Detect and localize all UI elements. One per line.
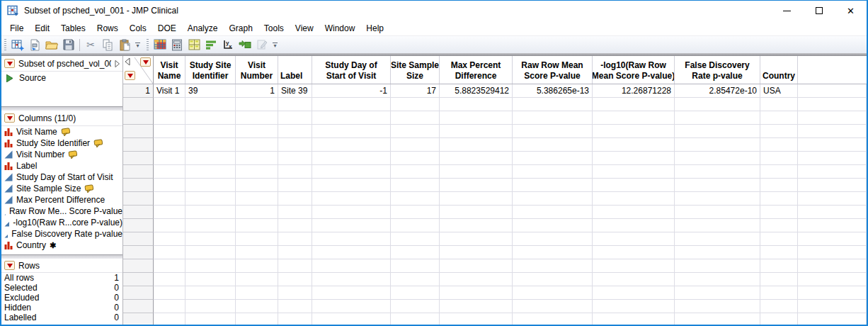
data-cell[interactable]: -1	[312, 84, 391, 98]
data-cell[interactable]: 17	[391, 84, 440, 98]
data-cell[interactable]: 12.26871228	[593, 84, 675, 98]
save-icon[interactable]	[60, 37, 77, 52]
menu-item-edit[interactable]: Edit	[29, 21, 55, 35]
data-table-icon[interactable]	[152, 37, 169, 52]
toolbar-overflow-button[interactable]: ▾	[270, 38, 280, 52]
data-cell[interactable]: 5.386265e-13	[513, 84, 593, 98]
table-corner-cell[interactable]	[123, 56, 154, 84]
maximize-button[interactable]	[803, 1, 835, 21]
copy-icon[interactable]	[99, 37, 116, 52]
menu-item-window[interactable]: Window	[319, 21, 361, 35]
data-cell	[440, 259, 513, 273]
new-data-table-icon[interactable]	[9, 37, 26, 52]
row-number-cell[interactable]	[123, 165, 154, 179]
row-number-cell[interactable]	[123, 232, 154, 246]
window-layout-icon[interactable]	[185, 37, 202, 52]
data-cell	[278, 111, 312, 125]
cut-icon[interactable]: ✂	[82, 37, 99, 52]
menu-item-graph[interactable]: Graph	[223, 21, 258, 35]
data-cell[interactable]: Site 39	[278, 84, 312, 98]
column-item[interactable]: Visit Name	[1, 126, 122, 137]
column-item[interactable]: Visit Number	[1, 149, 122, 160]
fit-y-by-x-icon[interactable]: y x	[219, 37, 236, 52]
data-cell	[391, 232, 440, 246]
new-journal-icon[interactable]	[26, 37, 43, 52]
source-script-item[interactable]: Source	[1, 72, 122, 84]
data-cell[interactable]: 39	[185, 84, 236, 98]
column-header-0[interactable]: VisitName	[154, 56, 185, 84]
column-header-2[interactable]: VisitNumber	[236, 56, 278, 84]
toolbar-grip[interactable]	[147, 39, 149, 50]
data-cell	[760, 98, 798, 111]
toolbar-grip[interactable]	[4, 39, 6, 50]
title-bar: Subset of psched_vol_001 - JMP Clinical …	[1, 1, 867, 21]
close-button[interactable]: ✕	[835, 1, 867, 21]
formula-calculator-icon[interactable]	[169, 37, 185, 52]
menu-item-view[interactable]: View	[290, 21, 319, 35]
menu-item-cols[interactable]: Cols	[124, 21, 152, 35]
columns-corner-menu-button[interactable]	[140, 57, 151, 67]
menu-item-help[interactable]: Help	[360, 21, 389, 35]
column-item[interactable]: Raw Row Me... Score P-value	[1, 206, 122, 217]
table-menu-button[interactable]	[4, 59, 15, 68]
row-number-cell[interactable]	[123, 138, 154, 152]
column-item[interactable]: Site Sample Size	[1, 183, 122, 194]
row-number-cell[interactable]	[123, 219, 154, 232]
data-cell	[278, 232, 312, 246]
row-number-cell[interactable]	[123, 206, 154, 219]
minimize-button[interactable]	[771, 1, 803, 21]
row-number-cell[interactable]	[123, 179, 154, 192]
data-cell[interactable]: USA	[760, 84, 798, 98]
column-header-6[interactable]: Max PercentDifference	[440, 56, 513, 84]
column-item[interactable]: Study Site Identifier	[1, 137, 122, 149]
column-header-4[interactable]: Study Day ofStart of Visit	[312, 56, 391, 84]
column-header-10[interactable]: Country	[760, 56, 798, 84]
column-header-9[interactable]: False DiscoveryRate p-value	[675, 56, 760, 84]
data-cell[interactable]: 5.8823529412	[440, 84, 513, 98]
column-header-3[interactable]: Label	[278, 56, 312, 84]
column-header-7[interactable]: Raw Row MeanScore P-value	[513, 56, 593, 84]
panel-collapse-icon[interactable]	[115, 60, 120, 68]
column-header-5[interactable]: Site SampleSize	[391, 56, 440, 84]
column-header-8[interactable]: -log10(Raw RowMean Score P-value)	[593, 56, 675, 84]
join-tables-icon[interactable]	[236, 37, 253, 52]
column-item[interactable]: Label	[1, 160, 122, 172]
column-item[interactable]: False Discovery Rate p-value	[1, 228, 122, 240]
rows-menu-button[interactable]	[4, 261, 15, 270]
row-number-cell[interactable]	[123, 246, 154, 259]
columns-menu-button[interactable]	[4, 113, 15, 123]
data-cell	[236, 286, 278, 300]
row-number-cell[interactable]	[123, 300, 154, 313]
column-header-1[interactable]: Study SiteIdentifier	[185, 56, 236, 84]
row-number-cell[interactable]	[123, 259, 154, 273]
menu-item-rows[interactable]: Rows	[91, 21, 124, 35]
column-item[interactable]: Country✱	[1, 240, 122, 251]
data-cell[interactable]: 2.85472e-10	[675, 84, 760, 98]
open-folder-icon[interactable]	[43, 37, 60, 52]
column-item[interactable]: Max Percent Difference	[1, 194, 122, 206]
menu-item-analyze[interactable]: Analyze	[182, 21, 224, 35]
row-number-cell[interactable]	[123, 192, 154, 206]
data-cell[interactable]: Visit 1	[154, 84, 185, 98]
column-item[interactable]: -log10(Raw R...core P-value)	[1, 217, 122, 228]
row-number-cell[interactable]	[123, 111, 154, 125]
row-number-cell[interactable]	[123, 152, 154, 165]
row-number-cell[interactable]	[123, 313, 154, 325]
menu-item-file[interactable]: File	[4, 21, 29, 35]
menu-item-doe[interactable]: DOE	[152, 21, 182, 35]
menu-item-tables[interactable]: Tables	[55, 21, 91, 35]
data-cell[interactable]: 1	[236, 84, 278, 98]
row-number-cell[interactable]	[123, 125, 154, 138]
data-cell	[513, 313, 593, 325]
row-number-cell[interactable]	[123, 273, 154, 286]
row-number-cell[interactable]	[123, 286, 154, 300]
toolbar-overflow-button[interactable]: ▾	[133, 38, 142, 52]
row-number-cell[interactable]: 1	[123, 84, 154, 98]
row-number-cell[interactable]	[123, 98, 154, 111]
paste-icon[interactable]	[116, 37, 133, 52]
menu-item-tools[interactable]: Tools	[258, 21, 290, 35]
data-cell	[312, 273, 391, 286]
rows-corner-menu-button[interactable]	[125, 71, 135, 80]
graph-bars-icon[interactable]	[202, 37, 219, 52]
column-item[interactable]: Study Day of Start of Visit	[1, 172, 122, 183]
